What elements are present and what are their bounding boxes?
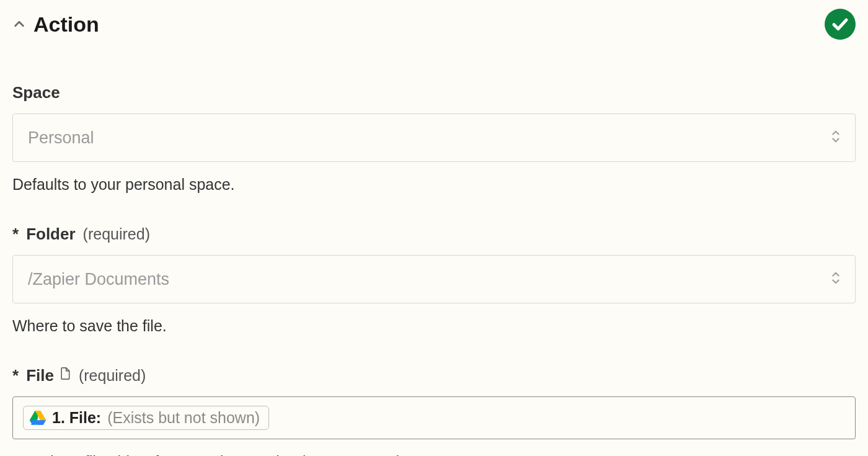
section-header: Action	[12, 9, 856, 40]
select-caret-icon	[829, 269, 843, 289]
select-caret-icon	[829, 128, 843, 148]
file-input[interactable]: 1. File: (Exists but not shown)	[12, 396, 856, 439]
space-select[interactable]: Personal	[12, 114, 856, 162]
space-help: Defaults to your personal space.	[12, 176, 856, 194]
file-pill-suffix: (Exists but not shown)	[107, 409, 260, 427]
file-pill-prefix: 1. File:	[52, 409, 101, 427]
folder-select[interactable]: /Zapier Documents	[12, 255, 856, 303]
collapse-chevron-icon[interactable]	[12, 17, 26, 31]
space-placeholder: Personal	[28, 128, 94, 148]
file-label: File	[26, 366, 54, 385]
file-type-icon	[59, 366, 71, 381]
status-ok-badge	[825, 9, 856, 40]
google-drive-icon	[30, 411, 46, 426]
file-value-pill[interactable]: 1. File: (Exists but not shown)	[23, 406, 269, 430]
file-asterisk: *	[12, 366, 19, 385]
file-required-note: (required)	[79, 367, 146, 385]
check-icon	[831, 15, 849, 34]
space-label: Space	[12, 83, 60, 102]
field-space: Space Personal Defaults to your personal…	[12, 83, 856, 194]
folder-asterisk: *	[12, 225, 19, 244]
svg-marker-9	[30, 420, 46, 424]
folder-required-note: (required)	[83, 225, 150, 243]
folder-placeholder: /Zapier Documents	[28, 270, 169, 289]
folder-help: Where to save the file.	[12, 317, 856, 335]
section-title: Action	[33, 12, 99, 37]
field-folder: * Folder (required) /Zapier Documents Wh…	[12, 225, 856, 335]
folder-label: Folder	[26, 225, 75, 244]
file-help: Must be a file object from another servi…	[12, 453, 856, 456]
field-file: * File (required) 1. File: (Exists but n…	[12, 366, 856, 456]
